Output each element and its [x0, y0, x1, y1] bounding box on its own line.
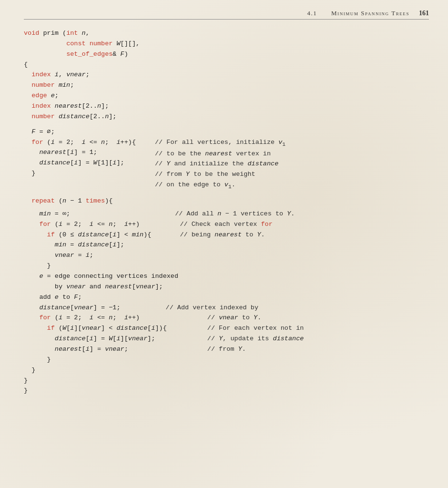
last-comments: // vnear to Y. // For each vertex not in…: [207, 313, 304, 354]
page: 4.1 Minimum Spanning Trees 161 void prim…: [0, 0, 448, 488]
comment-for-each-2: // Y, update its distance: [207, 334, 304, 344]
inner-for-code: for (i = 2; i <= n; i++) if (0 ≤ distanc…: [24, 219, 151, 271]
comment-for-each-3: // from Y.: [207, 344, 304, 355]
dist-vnear-block: distance[vnear] = −1; // Add vertex inde…: [24, 303, 429, 313]
init-comments: // For all vertices, initialize v1 // to…: [155, 137, 285, 191]
for-init-code: for (i = 2; i <= n; i++){ nearest[i] = 1…: [24, 137, 136, 179]
comment-for-each-1: // For each vertex not in: [207, 323, 304, 334]
line-1: void prim (int n,: [24, 28, 429, 39]
add-all-comment: // Add all n − 1 vertices to Y.: [175, 209, 295, 219]
line-if-w: if (W[i][vnear] < distance[i]){: [24, 323, 167, 334]
line-dist-vnear: distance[vnear] = −1;: [24, 303, 121, 313]
min-inf-code: min = ∞;: [24, 209, 70, 219]
comment-add-vertex-1: // Add vertex indexed by: [166, 303, 258, 313]
comment-init-3: // Y and initialize the distance: [155, 159, 285, 169]
inner-for-block: for (i = 2; i <= n; i++) if (0 ≤ distanc…: [24, 219, 429, 271]
line-8: index nearest[2..n];: [24, 101, 429, 112]
line-6: number min;: [24, 80, 429, 91]
line-nearest-assign: nearest[i] = vnear;: [24, 344, 167, 355]
chapter-title: Minimum Spanning Trees: [326, 10, 409, 17]
line-13: distance[i] = W[1][i];: [24, 158, 136, 168]
line-9: number distance[2..n];: [24, 112, 429, 122]
comment-vnear-to-y: // vnear to Y.: [207, 313, 304, 323]
line-close-last-if: }: [24, 355, 167, 365]
line-5: index i, vnear;: [24, 70, 429, 80]
comment-init-2: // to be the nearest vertex in: [155, 149, 285, 159]
last-for-code: for (i = 2; i <= n; i++) if (W[i][vnear]…: [24, 313, 167, 365]
comment-check-2: // being nearest to Y.: [180, 230, 272, 240]
comment-add-all: // Add all n − 1 vertices to Y.: [175, 209, 295, 219]
line-12: nearest[i] = 1;: [24, 147, 136, 158]
min-inf-block: min = ∞; // Add all n − 1 vertices to Y.: [24, 209, 429, 219]
line-close-repeat: }: [24, 365, 429, 376]
comment-init-4: // from Y to be the weight: [155, 169, 285, 180]
check-comments: // Check each vertex for // being neares…: [180, 219, 272, 240]
line-edge-1: e = edge connecting vertices indexed: [24, 271, 429, 282]
dist-vnear-code: distance[vnear] = −1;: [24, 303, 121, 313]
line-add-e: add e to F;: [24, 292, 429, 303]
section-title: 4.1: [307, 10, 317, 17]
last-for-block: for (i = 2; i <= n; i++) if (W[i][vnear]…: [24, 313, 429, 365]
line-14: }: [24, 168, 136, 179]
line-close-outer-2: }: [24, 386, 429, 396]
line-4: {: [24, 60, 429, 70]
line-min: min = ∞;: [24, 209, 70, 219]
line-min-assign: min = distance[i];: [24, 240, 151, 250]
comment-check-1: // Check each vertex for: [180, 219, 272, 230]
page-number: 161: [419, 10, 429, 17]
for-init-block: for (i = 2; i <= n; i++){ nearest[i] = 1…: [24, 137, 429, 191]
line-2: const number W[][],: [24, 39, 429, 49]
comment-init-1: // For all vertices, initialize v1: [155, 137, 285, 149]
code-block: void prim (int n, const number W[][], se…: [24, 28, 429, 396]
line-close-if: }: [24, 261, 151, 271]
line-repeat: repeat (n − 1 times){: [24, 196, 429, 206]
line-11: for (i = 2; i <= n; i++){: [24, 137, 136, 148]
add-vertex-comment: // Add vertex indexed by: [166, 303, 258, 313]
line-7: edge e;: [24, 91, 429, 101]
line-dist-assign: distance[i] = W[i][vnear];: [24, 334, 167, 344]
line-if-dist: if (0 ≤ distance[i] < min){: [24, 230, 151, 240]
line-inner-for: for (i = 2; i <= n; i++): [24, 219, 151, 230]
line-10: F = ∅;: [24, 127, 429, 137]
line-3: set_of_edges& F): [24, 49, 429, 60]
page-header: 4.1 Minimum Spanning Trees 161: [24, 10, 429, 20]
line-last-for: for (i = 2; i <= n; i++): [24, 313, 167, 323]
line-close-outer-1: }: [24, 376, 429, 386]
line-edge-2: by vnear and nearest[vnear];: [24, 282, 429, 292]
comment-init-5: // on the edge to v1.: [155, 180, 285, 191]
line-vnear-assign: vnear = i;: [24, 250, 151, 261]
